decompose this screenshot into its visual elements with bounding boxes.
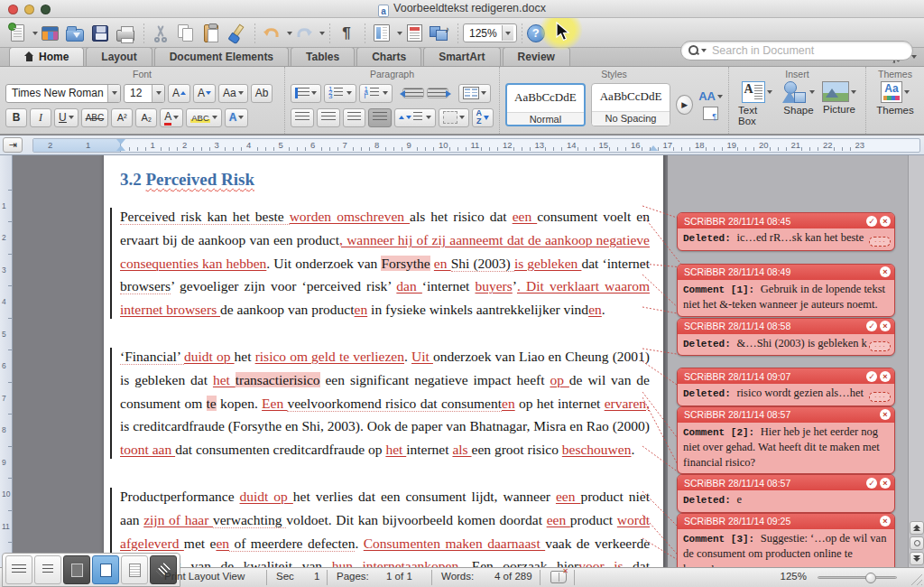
font-size-combobox[interactable]: 12 bbox=[124, 84, 165, 103]
zoom-slider[interactable] bbox=[818, 576, 897, 579]
style-no-spacing[interactable]: AaBbCcDdE No Spacing bbox=[591, 83, 670, 126]
align-right-button[interactable] bbox=[343, 108, 366, 127]
elements-gallery-button[interactable] bbox=[38, 23, 61, 44]
pages-value[interactable]: 1 of 1 bbox=[386, 571, 412, 582]
paste-button[interactable] bbox=[199, 23, 223, 44]
new-document-button[interactable] bbox=[5, 23, 29, 44]
tab-charts[interactable]: Charts bbox=[356, 47, 421, 66]
section-label[interactable]: Sec bbox=[276, 571, 294, 582]
notebook-layout-view-button[interactable] bbox=[121, 555, 148, 584]
line-spacing-button[interactable] bbox=[394, 108, 436, 127]
reject-close-icon[interactable]: × bbox=[880, 371, 891, 382]
document-page[interactable]: 3.2 Perceived Risk Perceived risk kan he… bbox=[104, 155, 663, 567]
words-value[interactable]: 4 of 289 bbox=[494, 571, 532, 582]
styles-gallery-more-button[interactable]: ▶ bbox=[676, 95, 693, 115]
reject-close-icon[interactable]: × bbox=[880, 216, 891, 227]
print-button[interactable] bbox=[114, 23, 137, 44]
cut-button[interactable] bbox=[149, 23, 172, 44]
multilevel-list-button[interactable]: 1ai bbox=[359, 84, 392, 103]
select-browse-object-button[interactable] bbox=[910, 536, 924, 550]
format-painter-button[interactable] bbox=[225, 23, 248, 44]
reject-close-icon[interactable]: × bbox=[880, 321, 891, 331]
redo-button[interactable] bbox=[292, 23, 316, 44]
tab-home[interactable]: Home bbox=[9, 47, 84, 66]
font-name-combobox[interactable]: Times New Roman bbox=[5, 84, 121, 103]
accept-change-icon[interactable]: ✓ bbox=[866, 321, 877, 331]
zoom-combobox[interactable]: 125% bbox=[463, 23, 517, 42]
align-center-button[interactable] bbox=[317, 108, 340, 127]
bullets-button[interactable] bbox=[291, 84, 321, 103]
search-icon[interactable] bbox=[688, 45, 699, 56]
tab-layout[interactable]: Layout bbox=[86, 47, 152, 66]
document-paragraph[interactable]: Perceived risk kan het beste worden omsc… bbox=[120, 205, 650, 321]
tab-tables[interactable]: Tables bbox=[291, 47, 355, 66]
comment-card[interactable]: SCRiBBR 28/11/14 08:49×Comment [1]: Gebr… bbox=[677, 264, 895, 317]
reject-close-icon[interactable]: × bbox=[880, 478, 891, 489]
comment-card[interactable]: SCRiBBR 28/11/14 08:45✓×Deleted: ic…ed r… bbox=[677, 212, 895, 251]
italic-button[interactable]: I bbox=[30, 108, 51, 127]
style-normal[interactable]: AaBbCcDdE Normal bbox=[505, 83, 586, 126]
outline-view-button[interactable] bbox=[34, 555, 61, 584]
insert-shape-button[interactable]: Shape bbox=[779, 80, 818, 116]
zoom-slider-thumb[interactable] bbox=[865, 573, 876, 583]
show-fields-button[interactable] bbox=[402, 23, 426, 44]
section-value[interactable]: 1 bbox=[314, 571, 319, 582]
insert-picture-button[interactable]: Picture bbox=[818, 80, 860, 115]
text-effects-button[interactable]: A bbox=[225, 108, 249, 127]
clear-formatting-button[interactable]: Ab bbox=[251, 84, 273, 103]
themes-button[interactable]: Aa Themes bbox=[873, 80, 918, 116]
columns-button[interactable] bbox=[458, 84, 491, 103]
tab-document-elements[interactable]: Document Elements bbox=[154, 47, 289, 66]
change-styles-button[interactable]: AA bbox=[698, 89, 723, 103]
change-case-button[interactable]: Aa bbox=[218, 84, 248, 103]
shrink-font-button[interactable]: A bbox=[193, 84, 216, 103]
pages-label[interactable]: Pages: bbox=[337, 571, 369, 582]
increase-indent-button[interactable] bbox=[427, 88, 448, 98]
comment-card[interactable]: SCRiBBR 28/11/14 08:57✓×Deleted: e bbox=[677, 474, 895, 513]
document-paragraph[interactable]: ‘Financial’ duidt op het risico om geld … bbox=[120, 345, 650, 461]
view-name-label[interactable]: Print Layout View bbox=[164, 571, 245, 582]
document-proxy-icon[interactable]: a bbox=[378, 5, 389, 17]
tab-smartart[interactable]: SmartArt bbox=[423, 47, 500, 66]
comment-card[interactable]: SCRiBBR 28/11/14 09:25×Comment [3]: Sugg… bbox=[677, 513, 895, 568]
redo-dropdown[interactable] bbox=[319, 32, 325, 35]
underline-button[interactable]: U bbox=[54, 108, 79, 127]
document-paragraph[interactable]: Productperformance duidt op het verlies … bbox=[120, 485, 650, 567]
show-formatting-marks-button[interactable]: ¶ bbox=[335, 23, 358, 44]
save-button[interactable] bbox=[88, 23, 112, 44]
tab-stop-selector[interactable]: ⇥ bbox=[3, 137, 23, 153]
hanging-indent-marker[interactable] bbox=[116, 145, 125, 151]
accept-change-icon[interactable]: ✓ bbox=[866, 371, 877, 382]
subscript-button[interactable]: A₂ bbox=[135, 108, 157, 127]
sidebar-view-button[interactable] bbox=[370, 23, 393, 44]
comment-card[interactable]: SCRiBBR 28/11/14 08:58✓×Deleted: &…Shi (… bbox=[677, 318, 895, 357]
borders-button[interactable] bbox=[439, 108, 469, 127]
first-line-indent-marker[interactable] bbox=[116, 139, 125, 144]
accept-change-icon[interactable]: ✓ bbox=[866, 478, 877, 489]
highlight-button[interactable]: ABC bbox=[186, 108, 222, 127]
justify-button[interactable] bbox=[368, 108, 392, 127]
show-more-button[interactable]: · · · bbox=[869, 237, 891, 247]
reject-close-icon[interactable]: × bbox=[880, 516, 891, 526]
bold-button[interactable]: B bbox=[5, 108, 27, 127]
align-left-button[interactable] bbox=[291, 108, 314, 127]
vertical-ruler[interactable]: 123456789101112 bbox=[0, 155, 13, 567]
next-page-button[interactable] bbox=[910, 552, 924, 565]
window-resize-grip[interactable] bbox=[910, 573, 922, 585]
comment-card[interactable]: SCRiBBR 28/11/14 09:07✓×Deleted: risico … bbox=[677, 368, 895, 406]
insert-textbox-button[interactable]: A Text Box bbox=[735, 80, 779, 126]
grow-font-button[interactable]: A bbox=[168, 84, 190, 103]
sort-button[interactable]: AZ bbox=[472, 108, 494, 127]
manage-styles-button[interactable] bbox=[703, 107, 718, 120]
numbering-button[interactable]: 123 bbox=[324, 84, 356, 103]
comment-card[interactable]: SCRiBBR 28/11/14 08:57×Comment [2]: Hier… bbox=[677, 406, 895, 475]
decrease-indent-button[interactable] bbox=[402, 88, 424, 98]
undo-button[interactable] bbox=[260, 23, 283, 44]
previous-page-button[interactable] bbox=[910, 521, 924, 535]
media-browser-button[interactable]: ♪ bbox=[428, 23, 451, 44]
reject-close-icon[interactable]: × bbox=[880, 266, 891, 277]
reject-close-icon[interactable]: × bbox=[880, 409, 891, 420]
open-button[interactable] bbox=[63, 23, 87, 44]
show-more-button[interactable]: · · · bbox=[869, 341, 891, 351]
spelling-status-icon[interactable] bbox=[550, 571, 567, 583]
